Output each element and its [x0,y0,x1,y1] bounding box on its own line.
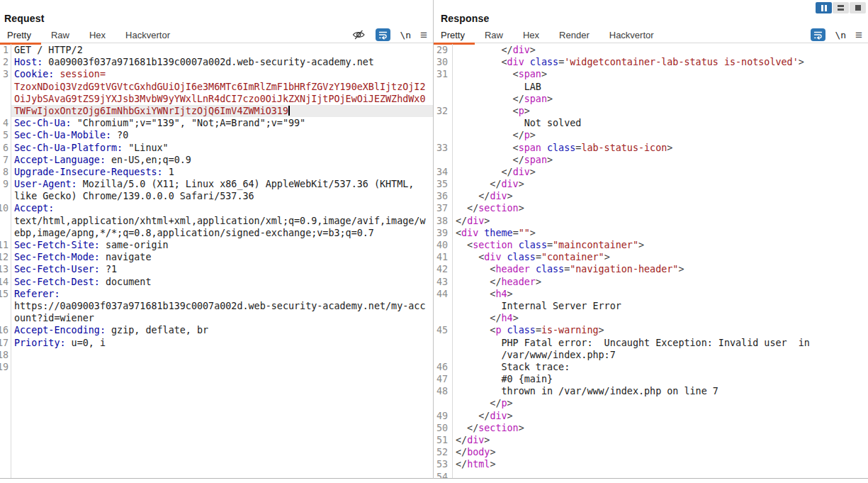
layout-rows-button[interactable] [833,2,849,13]
code-token: </ [456,167,513,177]
code-token: = [513,228,519,238]
code-token: > [507,289,513,299]
line-number [434,312,452,324]
code-token: is-warning [541,325,599,335]
gutter-separator [11,44,11,478]
code-token: Sec-Ch-Ua-Mobile: [14,130,111,140]
line-number [0,105,11,117]
line-number: 18 [0,349,11,361]
editor-menu-icon[interactable]: ≡ [420,29,427,41]
code-line: 38</div> [434,215,868,227]
code-token: > [530,228,536,238]
code-token: < [456,289,495,299]
code-token: > [799,57,804,67]
line-number [434,154,452,166]
code-token: lab-status-icon [581,143,667,153]
code-token: gzip, deflate, br [106,325,208,335]
text-caret [288,106,290,116]
line-number: 5 [0,129,11,141]
code-line: LAB [434,81,868,93]
tab-hackvertor[interactable]: Hackvertor [115,26,180,43]
code-token: div [502,179,519,189]
code-token: </ [456,277,502,287]
request-editor[interactable]: 1GET / HTTP/22Host: 0a09003f037a971681b1… [0,44,433,478]
code-token: /var/www/index.php:7 [456,350,616,360]
code-token: h4 [502,313,513,323]
code-token: class [519,240,547,250]
line-number: 29 [434,44,452,56]
code-token [524,57,530,67]
code-token: Host: [14,57,43,67]
line-number [0,312,11,324]
code-token: div [490,191,507,201]
code-line: 2Host: 0a09003f037a971681b139c0007a002d.… [0,56,433,68]
line-number [434,337,452,349]
code-token: class [547,143,575,153]
code-token: < [456,106,519,116]
line-number: 14 [0,276,11,288]
code-token: ount?id=wiener [14,313,94,323]
code-token: > [524,106,530,116]
tab-raw[interactable]: Raw [475,26,513,43]
code-token: </ [456,435,467,445]
code-line: 53</html> [434,458,868,470]
tab-hackvertor[interactable]: Hackvertor [599,26,664,43]
code-token: Sec-Ch-Ua-Platform: [14,143,123,153]
layout-single-button[interactable] [850,2,866,13]
code-token: header [495,264,529,274]
response-editor[interactable]: 29 </div>30 <div class='widgetcontainer-… [434,44,868,478]
code-token: header [502,277,536,287]
tab-hex[interactable]: Hex [79,26,115,43]
code-line: 49 </div> [434,410,868,422]
line-number: 19 [0,361,11,373]
code-line: 12Sec-Fetch-Mode: navigate [0,251,433,263]
editor-menu-icon[interactable]: ≡ [855,29,862,41]
line-number [434,93,452,105]
newline-icon[interactable]: \n [400,30,411,40]
code-token: </ [456,447,467,457]
code-token: < [456,325,495,335]
code-token: > [513,313,519,323]
line-number [434,397,452,409]
layout-columns-button[interactable] [816,2,832,13]
hide-nonprintable-icon[interactable] [352,29,366,41]
line-number: 11 [0,239,11,251]
response-tabs: PrettyRawHexRenderHackvertor \n ≡ [434,26,868,43]
code-token [502,325,507,335]
code-line: Internal Server Error [434,300,868,312]
code-token: > [507,398,513,409]
code-line: 13Sec-Fetch-User: ?1 [0,263,433,275]
code-line: 39<div theme=""> [434,227,868,239]
code-token: h4 [495,289,507,299]
code-token: span [524,155,547,165]
line-number: 15 [0,288,11,300]
line-number: 17 [0,337,11,349]
code-token [54,69,60,79]
code-line: 43 </header> [434,276,868,288]
tab-hex[interactable]: Hex [513,26,549,43]
line-number: 51 [434,434,452,446]
tab-pretty[interactable]: Pretty [0,26,41,43]
code-line: 6Sec-Ch-Ua-Platform: "Linux" [0,142,433,154]
code-line: 11Sec-Fetch-Site: same-origin [0,239,433,251]
code-token: Accept-Encoding: [14,325,106,335]
code-token: Sec-Ch-Ua: [14,118,72,128]
word-wrap-icon[interactable] [376,28,390,41]
code-token: > [530,130,536,140]
code-token: "navigation-header" [570,264,678,274]
code-line: 47 #0 {main} [434,373,868,385]
word-wrap-icon[interactable] [811,28,825,41]
tab-raw[interactable]: Raw [41,26,79,43]
request-panel: Request PrettyRawHexHackvertor \n ≡ [0,0,433,479]
line-number: 46 [434,361,452,373]
code-line: 41 <div class="container"> [434,251,868,263]
newline-icon[interactable]: \n [835,30,846,40]
code-line: 29 </div> [434,44,868,56]
tab-pretty[interactable]: Pretty [434,26,475,43]
code-token: TWFwIjoxOntzOjg6ImNhbGxiYWNrIjtzOjQ6ImV4… [14,106,288,116]
code-token: #0 {main} [456,374,553,384]
code-token: class [530,57,558,67]
tab-render[interactable]: Render [549,26,599,43]
code-line: 33 <span class=lab-status-icon> [434,142,868,154]
line-number [0,215,11,227]
